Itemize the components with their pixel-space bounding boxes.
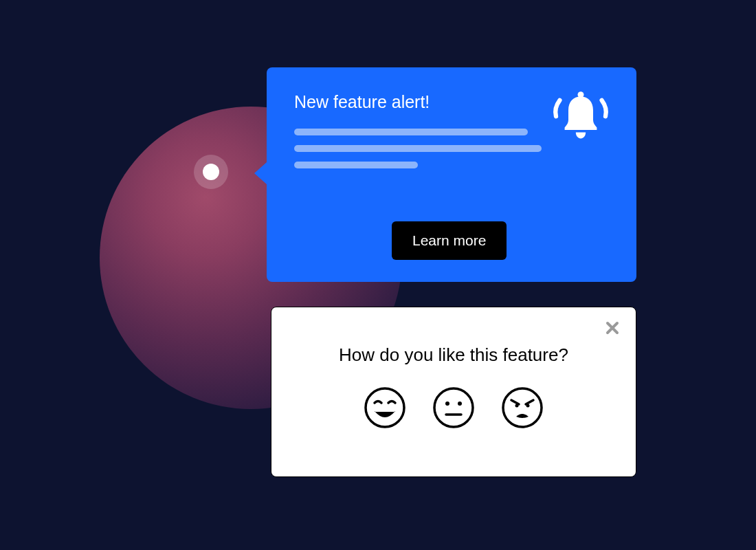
svg-point-7 <box>515 404 519 408</box>
emoji-happy-button[interactable] <box>364 386 406 431</box>
placeholder-line <box>294 145 542 152</box>
emoji-rating-row <box>291 386 616 431</box>
neutral-face-icon <box>432 421 475 431</box>
close-icon <box>604 328 621 338</box>
hotspot-dot <box>203 164 219 180</box>
placeholder-line <box>294 129 528 135</box>
feature-alert-tooltip: New feature alert! Learn more <box>267 67 636 282</box>
feedback-card: How do you like this feature? <box>271 307 636 477</box>
svg-point-6 <box>503 388 542 427</box>
svg-point-0 <box>578 91 584 98</box>
hotspot-beacon[interactable] <box>194 155 228 189</box>
learn-more-button[interactable]: Learn more <box>392 221 507 260</box>
close-button[interactable] <box>601 317 623 341</box>
svg-point-1 <box>366 388 404 427</box>
tooltip-pointer <box>254 162 267 184</box>
feedback-title: How do you like this feature? <box>291 344 616 366</box>
happy-face-icon <box>364 421 406 431</box>
svg-point-8 <box>526 404 530 408</box>
angry-face-icon <box>501 421 544 431</box>
bell-icon <box>550 87 612 151</box>
svg-point-2 <box>434 388 473 427</box>
svg-point-3 <box>445 402 449 406</box>
emoji-angry-button[interactable] <box>501 386 544 431</box>
emoji-neutral-button[interactable] <box>432 386 475 431</box>
placeholder-line <box>294 162 418 168</box>
svg-point-4 <box>458 402 462 406</box>
